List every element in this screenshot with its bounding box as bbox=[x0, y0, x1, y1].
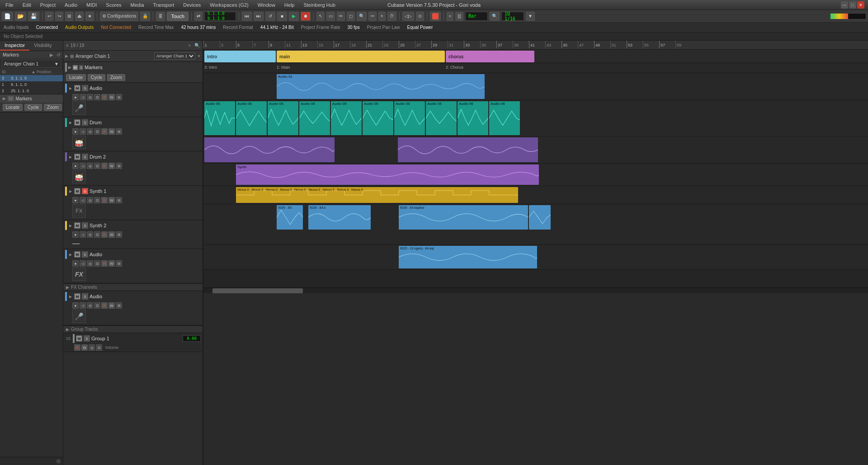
quantize-value-button[interactable]: 🔍 bbox=[490, 12, 500, 21]
drum2-ctrl3[interactable]: ◎ bbox=[87, 163, 93, 169]
group1-s-btn[interactable]: S bbox=[84, 335, 90, 342]
synth2-clip1[interactable]: Nexus 0 · Nexus 0 · Nexus 0 · Nexus 0 · … bbox=[236, 187, 518, 203]
audio2-ctrl3[interactable]: ◎ bbox=[87, 260, 93, 267]
cycle-button[interactable]: ↺ bbox=[265, 12, 275, 21]
synth1-r-btn[interactable]: R bbox=[101, 197, 108, 203]
audio-outputs-label[interactable]: Audio Outputs bbox=[65, 25, 94, 30]
gear-icon[interactable]: ⚙ bbox=[56, 458, 61, 465]
drum1-clip4[interactable]: Audio 06 bbox=[299, 101, 330, 135]
menu-edit[interactable]: Edit bbox=[21, 1, 33, 9]
drum1-clip7[interactable]: Audio 06 bbox=[394, 101, 425, 135]
drum1-m-btn[interactable]: M bbox=[74, 119, 80, 126]
drum1-clip10[interactable]: Audio 06 bbox=[489, 101, 520, 135]
group1-r-btn[interactable]: R bbox=[74, 344, 80, 351]
undo-button[interactable]: ↩ bbox=[45, 12, 53, 21]
audio-inputs-label[interactable]: Audio Inputs bbox=[4, 25, 29, 30]
drum1-clip6[interactable]: Audio 06 bbox=[363, 101, 393, 135]
audio2-ctrl2[interactable]: ◁ bbox=[80, 260, 86, 267]
arranger-chain-dropdown[interactable]: Arranger Chain 1 ▼ bbox=[2, 60, 61, 68]
drum2-clip2[interactable] bbox=[398, 137, 538, 162]
group1-lane[interactable] bbox=[203, 270, 868, 288]
cycle-button-marker[interactable]: Cycle bbox=[24, 104, 42, 111]
audio1-w-btn[interactable]: W bbox=[108, 94, 115, 100]
synth1-w-btn[interactable]: W bbox=[108, 197, 115, 203]
synth2-lane[interactable]: Nexus 0 · Nexus 0 · Nexus 0 · Nexus 0 · … bbox=[203, 186, 868, 204]
drum1-fx-btn[interactable]: ⊟ bbox=[116, 128, 122, 135]
draw-tool-button[interactable]: ✏ bbox=[337, 12, 345, 21]
synth1-lane[interactable]: Synth bbox=[203, 164, 868, 186]
main-section-block[interactable]: main bbox=[277, 51, 445, 62]
menu-devices[interactable]: Devices bbox=[181, 1, 203, 9]
go-to-start-button[interactable]: ⏮ bbox=[242, 12, 252, 21]
drum2-fx-btn[interactable]: ⊟ bbox=[116, 163, 122, 169]
minimize-button[interactable]: — bbox=[841, 1, 848, 9]
menu-transport[interactable]: Transport bbox=[151, 1, 176, 9]
audio3-fold-btn[interactable]: ▶ bbox=[68, 294, 73, 299]
audio2-ctrl1[interactable]: ● bbox=[72, 260, 79, 267]
mute-tool-button[interactable]: × bbox=[378, 12, 386, 21]
audio2-clip4[interactable] bbox=[529, 205, 551, 230]
audio1-ctrl1[interactable]: ● bbox=[72, 94, 79, 100]
audio3-clip1[interactable]: 6015 - 12-ogenj - 84-kaj bbox=[399, 246, 537, 268]
synth1-ctrl3[interactable]: ◎ bbox=[87, 197, 93, 203]
markers-locate-btn[interactable]: Locate bbox=[66, 74, 86, 81]
audio3-r-btn[interactable]: R bbox=[101, 302, 108, 309]
erase-tool-button[interactable]: ◻ bbox=[347, 12, 355, 21]
menu-midi[interactable]: MIDI bbox=[85, 1, 99, 9]
automation-mode-icon[interactable]: 🎛 bbox=[156, 12, 165, 21]
audio3-ctrl1[interactable]: ● bbox=[72, 302, 79, 309]
menu-file[interactable]: File bbox=[4, 1, 15, 9]
chord-button[interactable]: ≈ bbox=[447, 12, 454, 21]
add-track-button[interactable]: + bbox=[188, 43, 191, 48]
drum1-ctrl2[interactable]: ◁ bbox=[80, 128, 86, 135]
drum1-clip5[interactable]: Audio 06 bbox=[331, 101, 362, 135]
audio2-lane[interactable]: 6039 - 84- 6039 - 84-k 6039 - 84-kaplice bbox=[203, 204, 868, 245]
audio2-fold-btn[interactable]: ▶ bbox=[68, 252, 73, 257]
open-button[interactable]: 📂 bbox=[15, 12, 26, 21]
audio1-m-btn[interactable]: M bbox=[74, 85, 80, 91]
split-tool-button[interactable]: ✂ bbox=[368, 12, 377, 21]
stop-button[interactable]: ■ bbox=[277, 12, 287, 21]
drum2-lane[interactable] bbox=[203, 136, 868, 164]
drum1-clip3[interactable]: Audio 06 bbox=[268, 101, 298, 135]
drum2-clip1[interactable] bbox=[204, 137, 335, 162]
menu-media[interactable]: Media bbox=[129, 1, 146, 9]
audio2-clip2[interactable]: 6039 - 84-k bbox=[308, 205, 371, 230]
quantize-preset-button[interactable]: ||| bbox=[455, 12, 463, 21]
audio1-fx-btn[interactable]: ⊟ bbox=[116, 94, 122, 100]
audio1-ctrl4[interactable]: ⊡ bbox=[94, 94, 100, 100]
drum2-ctrl4[interactable]: ⊡ bbox=[94, 163, 100, 169]
synth2-ctrl4[interactable]: ⊡ bbox=[94, 231, 100, 238]
menu-workspaces[interactable]: Workspaces (G2) bbox=[208, 1, 250, 9]
audio2-clip1[interactable]: 6039 - 84- bbox=[277, 205, 303, 230]
audio3-ctrl2[interactable]: ◁ bbox=[80, 302, 86, 309]
zoom-tool-button[interactable]: 🔍 bbox=[357, 12, 367, 21]
drum2-ctrl2[interactable]: ◁ bbox=[80, 163, 86, 169]
inspector-markers-header[interactable]: Markers ▶ ↺ bbox=[0, 51, 63, 59]
inspector-tab[interactable]: Inspector bbox=[0, 41, 29, 51]
record-button[interactable]: ⏺ bbox=[301, 12, 311, 21]
synth2-ctrl3[interactable]: ◎ bbox=[87, 231, 93, 238]
new-project-button[interactable]: 📄 bbox=[2, 12, 13, 21]
position-sync-button[interactable]: ⇄ bbox=[194, 12, 203, 21]
markers-zoom-btn[interactable]: Zoom bbox=[107, 74, 125, 81]
drum2-s-btn[interactable]: S bbox=[82, 154, 88, 160]
play-button[interactable]: ▶ bbox=[289, 12, 299, 21]
snap-button[interactable]: ⊙ bbox=[416, 12, 424, 21]
not-connected-label[interactable]: Not Connected bbox=[101, 25, 131, 30]
menu-project[interactable]: Project bbox=[38, 1, 57, 9]
menu-audio[interactable]: Audio bbox=[63, 1, 79, 9]
audio2-ctrl4[interactable]: ⊡ bbox=[94, 260, 100, 267]
close-button[interactable]: ✕ bbox=[857, 1, 864, 9]
audio1-clip1[interactable]: Audio-01 bbox=[277, 74, 485, 99]
visibility-tab[interactable]: Visibility bbox=[29, 41, 57, 51]
menu-scores[interactable]: Scores bbox=[104, 1, 123, 9]
synth1-clip1[interactable]: Synth bbox=[236, 164, 539, 185]
save-button[interactable]: 💾 bbox=[28, 12, 39, 21]
drum2-m-btn[interactable]: M bbox=[74, 154, 80, 160]
synth1-fold-btn[interactable]: ▶ bbox=[68, 189, 73, 193]
drum1-clip2[interactable]: Audio 06 bbox=[236, 101, 267, 135]
audio2-m-btn[interactable]: M bbox=[74, 251, 80, 258]
time-warp-button[interactable]: ⏱ bbox=[387, 12, 396, 21]
audio3-w-btn[interactable]: W bbox=[108, 302, 115, 309]
